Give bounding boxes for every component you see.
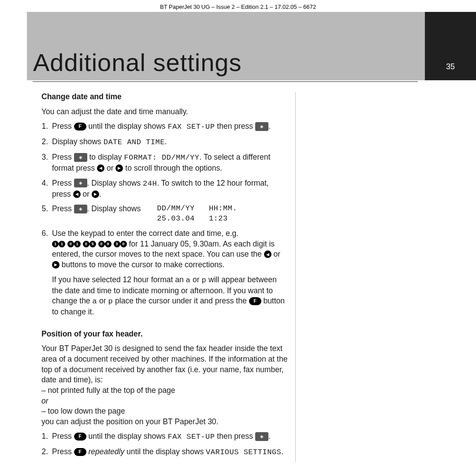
section-heading-fax-header: Position of your fax header. (41, 329, 288, 340)
divider-rule (33, 80, 418, 82)
keypad-key-icon: 0 (67, 241, 74, 247)
lcd-text: VARIOUS SETTINGS (206, 448, 281, 456)
lcd-text: FAX SET-UP (167, 123, 215, 131)
column-divider (295, 92, 296, 462)
doc-meta: BT PaperJet 30 UG – Issue 2 – Edition 2.… (0, 0, 476, 12)
start-button-icon (74, 153, 87, 162)
lcd-text: DATE AND TIME (104, 138, 165, 146)
section-heading-change-date: Change date and time (41, 92, 288, 102)
right-arrow-icon (92, 191, 99, 198)
lcd-text: 24H (143, 179, 157, 188)
f-button-icon: F (74, 123, 86, 131)
left-arrow-icon (73, 191, 81, 198)
start-button-icon (74, 179, 87, 187)
italic-repeatedly: repeatedly (86, 447, 125, 456)
step-2: Press F repeatedly until the display sho… (50, 447, 288, 458)
left-arrow-icon (97, 164, 104, 172)
italic-or: or (41, 396, 288, 407)
section2-body: Your BT PaperJet 30 is designed to send … (41, 344, 288, 427)
keypad-key-icon: 0 (83, 241, 89, 247)
step-1: Press F until the display shows FAX SET-… (50, 121, 288, 132)
keypad-key-icon: 1 (74, 241, 81, 247)
lcd-display-block: DD/MM/YY HH:MM. 25.03.04 1:23 (143, 204, 237, 224)
step-2: Display shows DATE AND TIME. (50, 137, 288, 148)
lcd-text: FORMAT: DD/MM/YY (124, 153, 199, 162)
steps-list-fax-header: Press F until the display shows FAX SET-… (41, 431, 288, 458)
lcd-text: FAX SET-UP (167, 433, 215, 441)
lcd-text: a (186, 276, 191, 284)
keypad-key-icon: 3 (114, 241, 120, 247)
step-6: Use the keypad to enter the correct date… (50, 228, 288, 318)
start-button-icon (255, 432, 268, 441)
step-5: Press . Display shows DD/MM/YY HH:MM. 25… (50, 204, 288, 224)
step-1: Press F until the display shows FAX SET-… (50, 431, 288, 442)
keypad-key-icon: 5 (89, 241, 96, 247)
page-number: 35 (425, 12, 476, 80)
lcd-text: p (108, 297, 113, 306)
lcd-text: a (92, 297, 97, 306)
main-column: Change date and time You can adjust the … (41, 92, 288, 462)
page-title: Additional settings (33, 48, 242, 77)
keypad-key-icon: 0 (98, 241, 105, 247)
lcd-text: p (202, 276, 207, 284)
right-arrow-icon (115, 164, 123, 172)
keypad-key-icon: 0 (120, 241, 127, 247)
left-arrow-icon (264, 250, 271, 258)
step-3: Press to display FORMAT: DD/MM/YY. To se… (50, 152, 288, 174)
keypad-key-icon: 9 (105, 241, 112, 247)
f-button-icon: F (249, 297, 261, 305)
start-button-icon (74, 205, 87, 213)
f-button-icon: F (74, 448, 86, 456)
intro-text: You can adjust the date and time manuall… (41, 107, 288, 117)
f-button-icon: F (74, 433, 86, 441)
step-4: Press . Display shows 24H. To switch to … (50, 178, 288, 200)
start-button-icon (255, 122, 268, 131)
keypad-key-icon: 1 (59, 241, 65, 247)
right-arrow-icon (52, 261, 60, 269)
keypad-sequence: 11 01 05 09 30 (52, 239, 129, 248)
step-6-note: If you have selected 12 hour format an a… (52, 275, 288, 318)
keypad-key-icon: 1 (52, 241, 59, 247)
page-banner: Additional settings 35 (0, 12, 476, 80)
steps-list-change-date: Press F until the display shows FAX SET-… (41, 121, 288, 318)
